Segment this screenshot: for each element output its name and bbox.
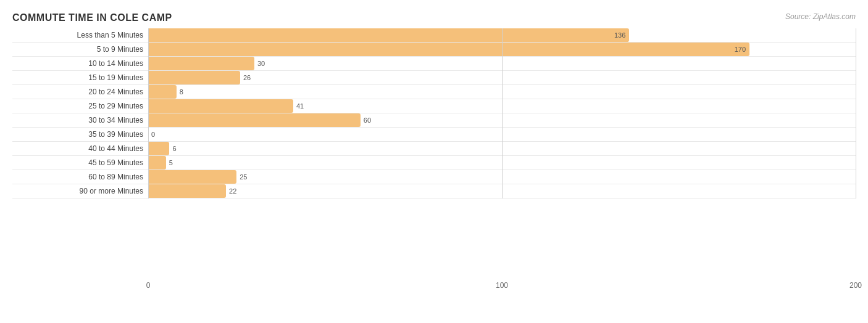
bar-row: 10 to 14 Minutes30 <box>12 57 856 71</box>
bar-value: 5 <box>169 159 173 166</box>
bar-fill <box>148 99 293 113</box>
bar-fill <box>148 184 226 198</box>
bar-row: 60 to 89 Minutes25 <box>12 170 856 184</box>
bar-label: Less than 5 Minutes <box>12 31 148 39</box>
bar-value: 60 <box>364 117 371 124</box>
bar-label: 35 to 39 Minutes <box>12 130 148 139</box>
bar-value: 6 <box>172 145 176 152</box>
bar-value: 41 <box>296 102 304 110</box>
bar-fill <box>148 57 254 70</box>
bar-value: 30 <box>257 60 265 67</box>
bar-label: 40 to 44 Minutes <box>12 144 148 153</box>
bar-fill <box>148 113 361 127</box>
bars-container: Less than 5 Minutes1365 to 9 Minutes1701… <box>12 28 856 198</box>
bar-label: 25 to 29 Minutes <box>12 102 148 110</box>
bar-fill <box>148 170 236 184</box>
bar-fill <box>148 85 177 99</box>
bar-row: 35 to 39 Minutes0 <box>12 128 856 142</box>
bar-label: 30 to 34 Minutes <box>12 116 148 125</box>
bar-row: 40 to 44 Minutes6 <box>12 142 856 156</box>
grid-line <box>148 28 149 198</box>
bar-label: 5 to 9 Minutes <box>12 45 148 54</box>
x-tick: 200 <box>849 281 862 290</box>
bar-row: 15 to 19 Minutes26 <box>12 71 856 85</box>
bar-row: 20 to 24 Minutes8 <box>12 85 856 99</box>
grid-line <box>502 28 503 198</box>
bar-row: Less than 5 Minutes136 <box>12 28 856 43</box>
bar-fill <box>148 71 240 84</box>
chart-area: Less than 5 Minutes1365 to 9 Minutes1701… <box>12 28 856 290</box>
bar-row: 5 to 9 Minutes170 <box>12 43 856 57</box>
bar-value: 8 <box>180 88 183 96</box>
bar-fill: 136 <box>148 28 629 42</box>
bar-label: 60 to 89 Minutes <box>12 173 148 181</box>
bar-row: 30 to 34 Minutes60 <box>12 113 856 128</box>
chart-title: COMMUTE TIME IN COLE CAMP <box>12 12 856 23</box>
bar-fill <box>148 142 169 155</box>
bar-value: 26 <box>243 74 251 81</box>
bar-label: 45 to 59 Minutes <box>12 158 148 167</box>
bar-value: 22 <box>229 187 236 195</box>
bar-row: 90 or more Minutes22 <box>12 184 856 198</box>
bar-row: 45 to 59 Minutes5 <box>12 156 856 170</box>
source-label: Source: ZipAtlas.com <box>785 12 856 21</box>
bar-label: 10 to 14 Minutes <box>12 59 148 68</box>
x-tick: 100 <box>496 281 508 290</box>
bar-fill <box>148 156 166 170</box>
bar-row: 25 to 29 Minutes41 <box>12 99 856 113</box>
x-axis: 0100200 <box>148 271 856 290</box>
chart-container: COMMUTE TIME IN COLE CAMP Source: ZipAtl… <box>0 0 868 323</box>
x-tick: 0 <box>146 281 151 290</box>
grid-line <box>856 28 856 198</box>
bar-fill: 170 <box>148 43 749 56</box>
bar-value: 25 <box>240 173 247 181</box>
bar-label: 90 or more Minutes <box>12 187 148 195</box>
bar-label: 20 to 24 Minutes <box>12 88 148 96</box>
bar-label: 15 to 19 Minutes <box>12 73 148 82</box>
bar-value: 170 <box>735 46 746 53</box>
bar-value: 136 <box>614 31 625 39</box>
bar-value: 0 <box>151 131 155 138</box>
